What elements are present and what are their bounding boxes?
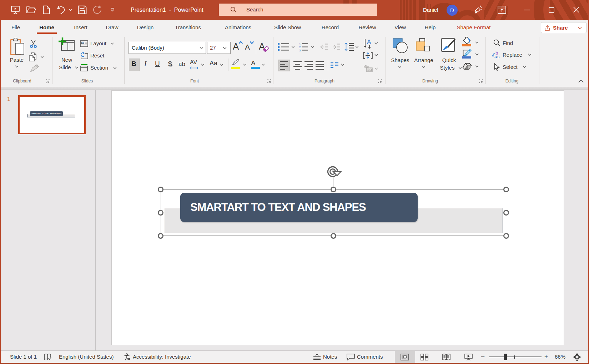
svg-text:2: 2 bbox=[299, 46, 301, 49]
svg-text:1: 1 bbox=[299, 42, 301, 46]
svg-text:3: 3 bbox=[299, 49, 301, 51]
svg-text:A: A bbox=[367, 39, 371, 45]
svg-text:c: c bbox=[497, 54, 500, 59]
